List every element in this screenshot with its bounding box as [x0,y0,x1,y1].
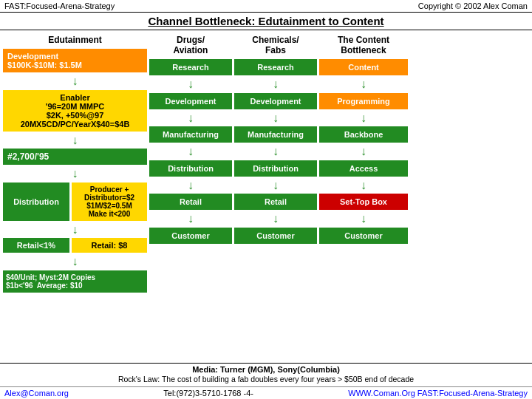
page-wrapper: FAST:Focused-Arena-Strategy Copyright © … [0,0,532,399]
drugs-research: Research [149,59,232,75]
arrow-c4: ↓ [234,179,317,192]
footer-center: Tel:(972)3-5710-1768 -4- [163,389,253,398]
footer-right: WWW.Coman.Org FAST:Focused-Arena-Strateg… [348,389,528,398]
drugs-development: Development [149,93,232,109]
retail-row: Retail<1% Retail: $8 [3,238,147,253]
dev-box: Development$100K-$10M: $1.5M [3,49,147,72]
footer-left: Alex@Coman.org [4,389,69,398]
content-access: Access [319,160,408,177]
edutainment-header: Edutainment [3,33,147,47]
arrow-d4: ↓ [149,179,232,192]
content-col: The ContentBottleneck Content ↓ Programm… [319,33,408,361]
arrow-d1: ↓ [149,78,232,91]
main-title: Channel Bottleneck: Edutainment to Conte… [0,13,532,30]
arrow-num: ↓ [3,167,147,180]
dist-left: Distribution [3,183,69,221]
arrow-cb1: ↓ [319,78,408,91]
content-customer: Customer [319,228,408,244]
retail-left: Retail<1% [3,238,69,253]
content-area: Edutainment Development$100K-$10M: $1.5M… [0,30,532,363]
arrow-dist: ↓ [3,223,147,236]
drugs-header: Drugs/Aviation [149,33,232,57]
drugs-customer: Customer [149,228,232,244]
arrow-retail: ↓ [3,255,147,268]
company-name: FAST:Focused-Arena-Strategy [4,1,115,10]
chem-retail: Retail [234,194,317,210]
drugs-manufacturing: Manufacturing [149,126,232,143]
copyright: Copyright © 2002 Alex Coman [418,1,528,10]
drugs-distribution: Distribution [149,160,232,177]
arrow-c1: ↓ [234,78,317,91]
chem-customer: Customer [234,228,317,244]
top-bar: FAST:Focused-Arena-Strategy Copyright © … [0,0,532,13]
left-column: Edutainment Development$100K-$10M: $1.5M… [3,33,147,361]
footer: Alex@Coman.org Tel:(972)3-5710-1768 -4- … [0,386,532,399]
dist-row: Distribution Producer +Distributor=$2$1M… [3,183,147,221]
arrow-c3: ↓ [234,145,317,158]
content-content: Content [319,59,408,75]
num-box: #2,700/'95 [3,149,147,165]
content-backbone: Backbone [319,126,408,143]
content-settopbox: Set-Top Box [319,194,408,210]
chem-distribution: Distribution [234,160,317,177]
drugs-col: Drugs/Aviation Research ↓ Development ↓ … [149,33,232,361]
arrow-cb4: ↓ [319,179,408,192]
chem-manufacturing: Manufacturing [234,126,317,143]
chemicals-col: Chemicals/Fabs Research ↓ Development ↓ … [234,33,317,361]
arrow-cb3: ↓ [319,145,408,158]
arrow-d2: ↓ [149,112,232,125]
content-header: The ContentBottleneck [319,33,408,57]
media-line: Media: Turner (MGM), Sony(Columbia) [3,365,529,374]
arrow-enabler: ↓ [3,134,147,147]
chem-development: Development [234,93,317,109]
dist-right: Producer +Distributor=$2$1M/$2=0.5MMake … [72,183,147,221]
dev-text: Development$100K-$10M: $1.5M [7,52,82,69]
chem-research: Research [234,59,317,75]
arrow-dev: ↓ [3,75,147,88]
bottom-text-area: Media: Turner (MGM), Sony(Columbia) Rock… [0,363,532,386]
arrow-c5: ↓ [234,212,317,225]
arrow-c2: ↓ [234,112,317,125]
arrow-d5: ↓ [149,212,232,225]
arrow-cb2: ↓ [319,112,408,125]
drugs-retail: Retail [149,194,232,210]
arrow-d3: ↓ [149,145,232,158]
bottom-left: $40/Unit; Myst:2M Copies$1b<'96 Average:… [3,270,147,293]
arrow-cb5: ↓ [319,212,408,225]
enabler-box: Enabler'96=20M MMPC$2K, +50%@9720MX5CD/P… [3,90,147,132]
chemicals-header: Chemicals/Fabs [234,33,317,57]
rock-line: Rock's Law: The cost of building a fab d… [3,374,529,384]
retail-right: Retail: $8 [72,238,147,253]
content-programming: Programming [319,93,408,109]
